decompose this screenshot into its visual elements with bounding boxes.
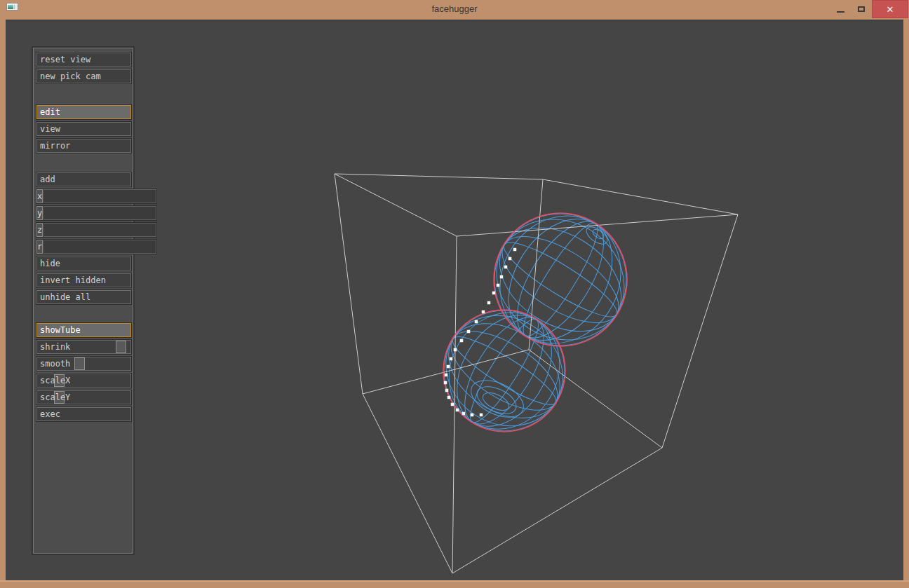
panel-section-gap [36, 307, 131, 320]
y-input[interactable] [43, 206, 156, 220]
window-bottom-frame [0, 580, 909, 588]
maximize-icon [858, 6, 865, 12]
minimize-button[interactable] [830, 0, 851, 18]
control-point[interactable] [447, 396, 451, 399]
control-point[interactable] [460, 339, 464, 343]
control-point[interactable] [444, 381, 447, 385]
scalex-slider-label: scaleX [40, 374, 70, 387]
smooth-slider-label: smooth [40, 357, 70, 370]
control-point[interactable] [445, 374, 448, 377]
panel-field-y: y [36, 206, 131, 220]
shrink-slider-handle[interactable] [116, 341, 126, 353]
control-point[interactable] [487, 301, 491, 305]
control-point[interactable] [467, 330, 471, 334]
window-title: facehugger [0, 0, 909, 20]
z-input[interactable] [43, 223, 156, 237]
panel-button-invert-hidden[interactable]: invert hidden [36, 273, 131, 287]
panel-slider-scaley[interactable]: scaleY [36, 390, 131, 404]
panel-button-new-pick-cam[interactable]: new pick cam [36, 69, 131, 83]
content-area [6, 20, 903, 580]
control-point[interactable] [492, 292, 496, 295]
x-field-label[interactable]: x [36, 189, 43, 203]
control-point[interactable] [450, 357, 453, 361]
scaley-slider-label: scaleY [40, 391, 70, 404]
minimize-icon [837, 11, 844, 13]
y-field-label[interactable]: y [36, 206, 43, 220]
close-button[interactable]: ✕ [872, 0, 908, 18]
panel-button-mirror[interactable]: mirror [36, 139, 131, 153]
panel-button-reset-view[interactable]: reset view [36, 53, 131, 67]
x-input[interactable] [43, 189, 156, 203]
panel-slider-smooth[interactable]: smooth [36, 357, 131, 371]
window-controls: ✕ [830, 0, 908, 18]
control-point[interactable] [462, 412, 466, 416]
panel-button-exec[interactable]: exec [36, 407, 131, 421]
panel-button-hide[interactable]: hide [36, 257, 131, 271]
viewport-3d[interactable] [6, 20, 909, 588]
control-point[interactable] [456, 409, 459, 412]
panel-section-gap [36, 156, 131, 170]
control-point[interactable] [475, 320, 478, 324]
control-point[interactable] [471, 413, 474, 417]
r-input[interactable] [43, 240, 156, 254]
tool-panel: reset viewnew pick cameditviewmirroraddx… [33, 48, 133, 554]
r-field-label[interactable]: r [36, 240, 43, 254]
panel-button-unhide-all[interactable]: unhide all [36, 290, 131, 304]
panel-button-add[interactable]: add [36, 172, 131, 186]
maximize-button[interactable] [851, 0, 872, 18]
panel-section-gap [36, 86, 131, 102]
shrink-slider-label: shrink [40, 341, 70, 353]
z-field-label[interactable]: z [36, 223, 43, 237]
control-point[interactable] [497, 284, 500, 287]
window-titlebar[interactable]: facehugger ✕ [0, 0, 909, 20]
control-point[interactable] [509, 257, 512, 261]
panel-button-view[interactable]: view [36, 122, 131, 136]
control-point[interactable] [500, 275, 504, 279]
app-window: facehugger ✕ reset viewnew pick cameditv… [0, 0, 909, 588]
control-point[interactable] [482, 310, 485, 314]
panel-slider-shrink[interactable]: shrink [36, 340, 131, 354]
close-icon: ✕ [887, 4, 894, 15]
smooth-slider-handle[interactable] [74, 357, 85, 370]
panel-button-showtube[interactable]: showTube [36, 323, 131, 337]
panel-field-z: z [36, 223, 131, 237]
control-point[interactable] [504, 266, 508, 269]
control-point[interactable] [513, 248, 517, 252]
control-point[interactable] [445, 389, 449, 392]
control-point[interactable] [447, 365, 450, 369]
panel-field-x: x [36, 189, 131, 203]
control-point[interactable] [451, 403, 454, 406]
panel-field-r: r [36, 240, 131, 254]
control-point[interactable] [454, 348, 457, 352]
panel-button-edit[interactable]: edit [36, 105, 131, 119]
panel-slider-scalex[interactable]: scaleX [36, 374, 131, 388]
control-point[interactable] [480, 413, 483, 417]
cube-wireframe [335, 174, 738, 573]
